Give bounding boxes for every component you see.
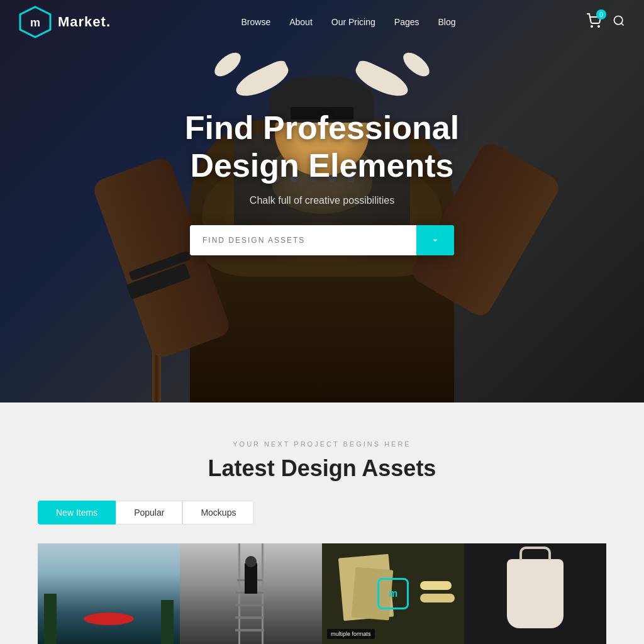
section-title: Latest Design Assets xyxy=(38,455,606,482)
tab-new-items[interactable]: New Items xyxy=(38,501,116,525)
product-grid: RED CANOE xyxy=(38,543,606,644)
search-submit[interactable] xyxy=(416,225,454,255)
tab-mockups[interactable]: Mockups xyxy=(182,501,254,525)
bag-shape xyxy=(507,559,564,628)
svg-point-3 xyxy=(598,26,599,27)
product-image-canoe xyxy=(38,543,180,644)
nav-blog[interactable]: Blog xyxy=(438,17,456,27)
product-image-mockup: m multiple formats xyxy=(322,543,464,644)
product-card-canvas[interactable]: CANVAS BAG xyxy=(464,543,606,644)
product-card-mockup[interactable]: m multiple formats BRAND MOCKUP II xyxy=(322,543,464,644)
hero-subtitle: Chalk full of creative possibilities xyxy=(185,195,459,206)
nav-about[interactable]: About xyxy=(289,17,313,27)
logo[interactable]: m Market. xyxy=(19,6,111,38)
logo-text: Market. xyxy=(58,14,111,30)
bag-handle xyxy=(519,547,551,560)
header: m Market. Browse About Our Pricing Pages… xyxy=(0,0,644,44)
product-image-walk xyxy=(180,543,322,644)
search-bar xyxy=(190,225,454,255)
search-icon xyxy=(613,14,625,27)
product-card-canoe[interactable]: RED CANOE xyxy=(38,543,180,644)
section-tag: YOUR NEXT PROJECT BEGINS HERE xyxy=(38,440,606,448)
search-button[interactable] xyxy=(613,14,625,30)
nav-icons: 0 xyxy=(586,13,625,31)
search-input[interactable] xyxy=(190,225,416,255)
logo-icon: m xyxy=(19,6,52,38)
product-card-walk[interactable]: LONG WALK xyxy=(180,543,322,644)
hero-content: Find Professional Design Elements Chalk … xyxy=(185,109,459,255)
svg-text:m: m xyxy=(30,16,40,29)
cart-badge: 0 xyxy=(596,9,606,19)
cart-button[interactable]: 0 xyxy=(586,13,601,31)
svg-point-2 xyxy=(591,26,592,27)
nav-browse[interactable]: Browse xyxy=(242,17,271,27)
svg-line-5 xyxy=(621,23,624,25)
tab-popular[interactable]: Popular xyxy=(116,501,182,525)
hero-title: Find Professional Design Elements xyxy=(185,109,459,185)
mockup-logo: m xyxy=(377,578,409,609)
dropdown-icon xyxy=(430,235,440,245)
nav-pages[interactable]: Pages xyxy=(394,17,419,27)
tab-group: New Items Popular Mockups xyxy=(38,501,606,525)
mockup-badge: multiple formats xyxy=(327,629,375,639)
product-image-canvas xyxy=(464,543,606,644)
assets-section: YOUR NEXT PROJECT BEGINS HERE Latest Des… xyxy=(0,402,644,644)
nav: Browse About Our Pricing Pages Blog xyxy=(242,17,456,27)
nav-pricing[interactable]: Our Pricing xyxy=(331,17,375,27)
svg-point-4 xyxy=(614,16,623,24)
